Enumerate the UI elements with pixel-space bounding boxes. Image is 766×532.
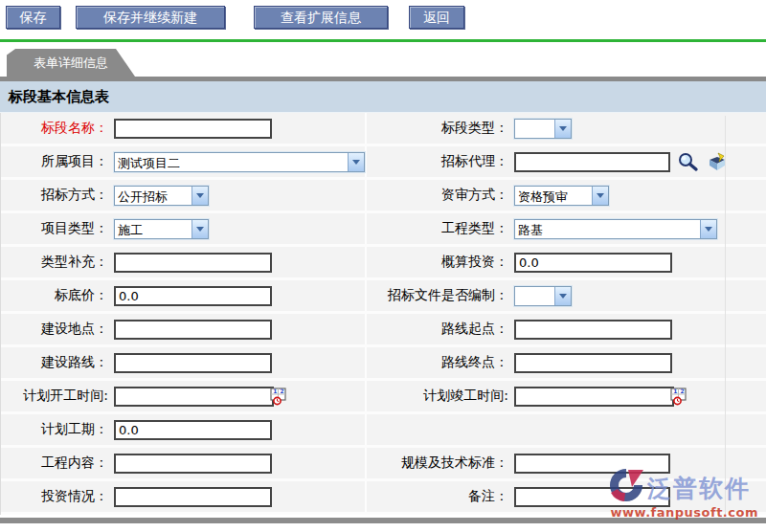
planned-start-date-label: 计划开工时间: xyxy=(1,388,108,405)
form-row: 计划开工时间:12计划竣工时间:12 xyxy=(1,381,766,414)
route-end-input[interactable] xyxy=(514,353,672,373)
project-type-select[interactable]: 施工 xyxy=(114,219,209,239)
planned-duration-label: 计划工期： xyxy=(1,421,108,438)
investment-status-input[interactable] xyxy=(114,487,272,507)
bid-doc-prepared-label: 招标文件是否编制： xyxy=(367,287,508,304)
chevron-down-icon[interactable] xyxy=(554,287,571,305)
save-button[interactable]: 保存 xyxy=(6,6,60,29)
scale-tech-standard-label: 规模及技术标准： xyxy=(367,454,508,472)
investment-status-field xyxy=(108,481,367,512)
engineering-type-selected-value: 路基 xyxy=(515,220,700,238)
section-type-label: 标段类型： xyxy=(367,120,508,137)
bidding-method-select[interactable]: 公开招标 xyxy=(114,186,209,206)
engineering-type-label: 工程类型： xyxy=(367,220,508,237)
calendar-icon[interactable]: 12 xyxy=(270,388,287,406)
estimated-investment-input[interactable] xyxy=(514,253,672,273)
clear-icon[interactable] xyxy=(706,151,729,172)
project-type-field: 施工 xyxy=(108,213,367,244)
vendor-logo-icon xyxy=(605,468,647,508)
estimated-investment-label: 概算投资： xyxy=(367,254,508,271)
chevron-down-icon[interactable] xyxy=(700,220,716,238)
route-end-field xyxy=(508,347,766,378)
form-row: 计划工期： xyxy=(1,414,766,448)
base-price-input[interactable] xyxy=(114,286,272,306)
bid-doc-prepared-select[interactable] xyxy=(514,286,572,306)
construction-route-input[interactable] xyxy=(114,353,272,373)
form-row: 项目类型：施工工程类型：路基 xyxy=(1,213,766,247)
project-content-input[interactable] xyxy=(114,454,272,474)
chevron-down-icon[interactable] xyxy=(348,153,364,171)
parent-project-selected-value: 测试项目二 xyxy=(115,153,348,171)
engineering-type-field: 路基 xyxy=(508,213,766,244)
chevron-down-icon[interactable] xyxy=(554,120,571,138)
construction-route-field xyxy=(108,347,367,378)
calendar-icon[interactable]: 12 xyxy=(670,388,687,406)
construction-site-input[interactable] xyxy=(114,320,272,340)
parent-project-field: 测试项目二 xyxy=(108,146,367,177)
type-supplement-label: 类型补充： xyxy=(1,254,108,271)
form-row: 标段名称：标段类型： xyxy=(1,113,766,146)
save-and-new-button[interactable]: 保存并继续新建 xyxy=(76,6,225,29)
section-type-select[interactable] xyxy=(514,119,572,139)
project-type-selected-value: 施工 xyxy=(115,220,192,238)
planned-start-date-field: 12 xyxy=(108,381,367,411)
planned-start-date-input[interactable] xyxy=(114,387,274,407)
route-start-label: 路线起点： xyxy=(367,321,508,338)
planned-completion-date-field: 12 xyxy=(508,381,766,411)
section-type-selected-value xyxy=(515,120,554,138)
construction-site-field xyxy=(108,314,367,344)
bidding-method-label: 招标方式： xyxy=(1,187,108,204)
section-name-input[interactable] xyxy=(114,119,272,139)
qualification-method-label: 资审方式： xyxy=(367,187,508,204)
vendor-watermark: 泛普软件 www.fanpusoft.com xyxy=(605,468,758,520)
qualification-method-select[interactable]: 资格预审 xyxy=(514,186,609,206)
type-supplement-input[interactable] xyxy=(114,253,272,273)
chevron-down-icon[interactable] xyxy=(192,220,208,238)
tab-strip: 表单详细信息 xyxy=(0,42,766,77)
form-row: 建设路线：路线终点： xyxy=(1,347,766,381)
planned-completion-date-label: 计划竣工时间: xyxy=(367,388,508,405)
project-content-field xyxy=(108,448,367,478)
svg-text:2: 2 xyxy=(681,388,685,394)
chevron-down-icon[interactable] xyxy=(192,187,208,205)
base-price-field xyxy=(108,280,367,311)
vendor-url-text: www.fanpusoft.com xyxy=(605,505,758,520)
toolbar: 保存 保存并继续新建 查看扩展信息 返回 xyxy=(0,0,766,39)
search-icon[interactable] xyxy=(676,151,700,172)
form-row: 标底价：招标文件是否编制： xyxy=(1,280,766,314)
route-start-input[interactable] xyxy=(514,320,672,340)
view-extended-info-button[interactable]: 查看扩展信息 xyxy=(254,6,388,29)
type-supplement-field xyxy=(108,247,367,277)
form-row: 类型补充：概算投资： xyxy=(1,247,766,280)
svg-text:1: 1 xyxy=(673,388,677,394)
parent-project-select[interactable]: 测试项目二 xyxy=(114,152,365,172)
planned-duration-input[interactable] xyxy=(114,420,272,440)
empty-cell-field xyxy=(508,414,766,445)
bidding-method-selected-value: 公开招标 xyxy=(115,187,192,205)
vendor-brand-text: 泛普软件 xyxy=(647,473,751,504)
tab-form-details[interactable]: 表单详细信息 xyxy=(7,49,135,77)
engineering-type-select[interactable]: 路基 xyxy=(514,219,717,239)
back-button[interactable]: 返回 xyxy=(409,6,464,29)
form-row: 招标方式：公开招标资审方式：资格预审 xyxy=(1,180,766,213)
chevron-down-icon[interactable] xyxy=(592,187,608,205)
svg-text:2: 2 xyxy=(281,388,284,394)
bidding-agency-input[interactable] xyxy=(514,152,670,172)
construction-route-label: 建设路线： xyxy=(1,354,108,371)
planned-duration-field xyxy=(108,414,367,445)
section-header: 标段基本信息表 xyxy=(0,81,766,113)
bidding-agency-label: 招标代理： xyxy=(367,153,508,170)
bid-doc-prepared-field xyxy=(508,280,766,311)
route-end-label: 路线终点： xyxy=(367,354,508,371)
base-price-label: 标底价： xyxy=(1,287,108,304)
construction-site-label: 建设地点： xyxy=(1,321,108,338)
route-start-field xyxy=(508,314,766,344)
bidding-method-field: 公开招标 xyxy=(108,180,367,211)
section-name-field xyxy=(108,113,367,144)
form-table: 标段名称：标段类型：所属项目：测试项目二招标代理：招标方式：公开招标资审方式：资… xyxy=(0,113,766,515)
investment-status-label: 投资情况： xyxy=(1,488,108,505)
parent-project-label: 所属项目： xyxy=(1,153,108,170)
qualification-method-field: 资格预审 xyxy=(508,180,766,211)
estimated-investment-field xyxy=(508,247,766,277)
planned-completion-date-input[interactable] xyxy=(514,387,674,407)
